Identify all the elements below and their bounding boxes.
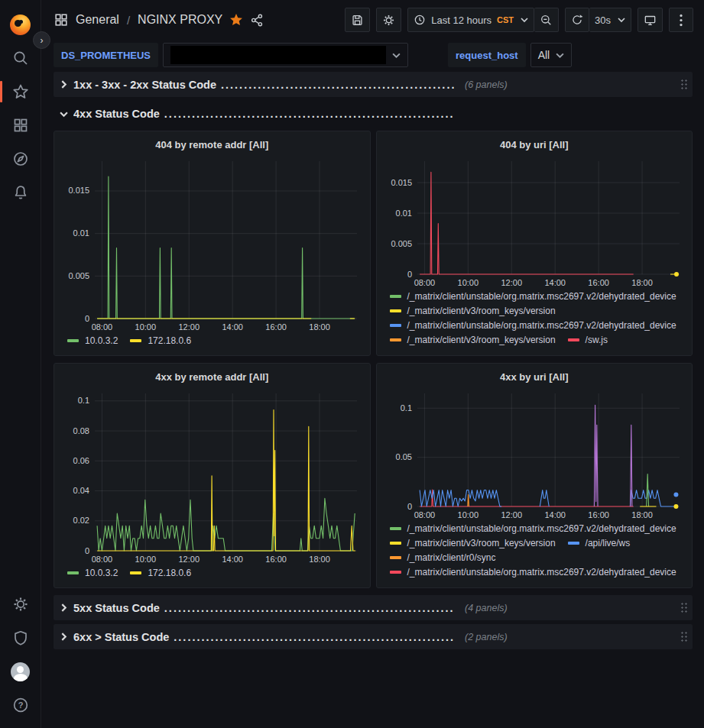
sidebar-item-help[interactable]: ? [0, 688, 41, 722]
row-panel-count: (4 panels) [465, 603, 508, 613]
time-series-plot: 08:0010:0012:0014:0016:0018:0000.020.040… [60, 387, 365, 566]
time-series-plot: 08:0010:0012:0014:0016:0018:0000.0050.01… [60, 155, 365, 334]
legend-label: /_matrix/client/r0/sync [407, 552, 496, 563]
row-panel-count: (2 panels) [465, 632, 508, 642]
variable-ds-prometheus-select[interactable] [163, 43, 408, 67]
legend-label: /sw.js [586, 335, 608, 345]
svg-text:10:00: 10:00 [457, 278, 479, 287]
breadcrumb-separator: / [126, 14, 131, 27]
page-header: General / NGINX PROXY Last 12 hours C [41, 0, 704, 40]
chart-404-by-uri[interactable]: 08:0010:0012:0014:0016:0018:0000.0050.01… [382, 155, 687, 290]
panel-title[interactable]: 4xx by remote addr [All] [60, 367, 365, 387]
legend-item[interactable]: /_matrix/client/v3/room_keys/version [390, 306, 556, 316]
svg-text:16:00: 16:00 [265, 555, 287, 564]
chart-4xx-by-remote-addr[interactable]: 08:0010:0012:0014:0016:0018:0000.020.040… [60, 387, 365, 566]
svg-text:16:00: 16:00 [588, 278, 609, 287]
svg-text:12:00: 12:00 [178, 322, 200, 332]
sidebar-expand-button[interactable]: › [33, 31, 50, 49]
breadcrumb-section[interactable]: General [76, 13, 119, 27]
svg-text:14:00: 14:00 [544, 278, 566, 287]
cycle-view-mode-button[interactable] [637, 8, 663, 32]
sidebar: ? [0, 0, 41, 728]
legend-item[interactable]: /sw.js [568, 335, 608, 345]
row-title: 4xx Status Code [73, 108, 160, 120]
legend-item[interactable]: /_matrix/client/unstable/org.matrix.msc2… [390, 567, 676, 578]
legend-item[interactable]: /_matrix/client/r0/sync [390, 552, 496, 563]
row-1xx-3xx-2xx[interactable]: 1xx - 3xx - 2xx Status Code ............… [54, 72, 693, 97]
legend: /_matrix/client/unstable/org.matrix.msc2… [382, 290, 687, 355]
legend-label: 172.18.0.6 [148, 568, 191, 578]
panel-404-by-remote-addr: 404 by remote addr [All] 08:0010:0012:00… [54, 131, 371, 356]
refresh-interval-picker[interactable]: 30s [589, 8, 631, 32]
svg-text:0.04: 0.04 [73, 486, 89, 495]
variable-ds-prometheus-label[interactable]: DS_PROMETHEUS [54, 43, 158, 67]
row-drag-handle[interactable] [680, 631, 688, 642]
sidebar-item-profile[interactable] [0, 655, 41, 688]
legend-item[interactable]: /_matrix/client/v3/room_keys/version [390, 335, 556, 345]
row-drag-handle[interactable] [680, 602, 688, 613]
legend-label: /api/live/ws [586, 538, 631, 548]
legend-item[interactable]: 10.0.3.2 [67, 335, 118, 346]
panel-title[interactable]: 4xx by uri [All] [382, 367, 687, 387]
legend-label: 172.18.0.6 [148, 335, 191, 346]
time-range-label: Last 12 hours [431, 15, 492, 26]
svg-text:16:00: 16:00 [588, 510, 609, 519]
variable-request-host-label[interactable]: request_host [448, 43, 526, 67]
legend-item[interactable]: /_matrix/client/unstable/org.matrix.msc2… [390, 291, 676, 302]
row-title: 1xx - 3xx - 2xx Status Code [73, 79, 216, 91]
legend-label: /_matrix/client/unstable/org.matrix.msc2… [407, 523, 676, 534]
chevron-right-icon [60, 80, 68, 89]
sidebar-item-alerting[interactable] [0, 176, 41, 209]
row-6xx[interactable]: 6xx > Status Code ......................… [54, 624, 693, 649]
sidebar-item-configuration[interactable] [0, 587, 41, 621]
panel-title[interactable]: 404 by uri [All] [382, 135, 687, 155]
refresh-button[interactable] [565, 8, 589, 32]
help-icon: ? [12, 697, 29, 713]
svg-text:08:00: 08:00 [414, 510, 435, 519]
gear-icon [382, 14, 395, 27]
chart-4xx-by-uri[interactable]: 08:0010:0012:0014:0016:0018:0000.050.1 [382, 387, 687, 522]
row-panel-count: (6 panels) [465, 79, 508, 90]
row-5xx[interactable]: 5xx Status Code ........................… [54, 595, 693, 620]
sidebar-item-dashboards[interactable] [0, 108, 41, 142]
svg-text:0.005: 0.005 [68, 271, 89, 280]
svg-text:12:00: 12:00 [178, 555, 200, 564]
grafana-app: ? › General / NGINX PROXY [0, 0, 704, 728]
svg-text:08:00: 08:00 [92, 555, 113, 564]
sidebar-item-explore[interactable] [0, 142, 41, 176]
chevron-right-icon [60, 633, 68, 641]
svg-text:18:00: 18:00 [309, 555, 330, 564]
row-title: 6xx > Status Code [73, 631, 169, 643]
legend-item[interactable]: /api/live/ws [568, 538, 631, 548]
legend-item[interactable]: 172.18.0.6 [130, 568, 191, 578]
legend-label: 10.0.3.2 [85, 568, 118, 578]
row-dot-leader: ........................................… [164, 602, 454, 614]
variable-request-host-select[interactable]: All [530, 43, 573, 67]
sidebar-item-starred[interactable] [0, 75, 41, 108]
gear-icon [12, 596, 29, 613]
chevron-right-icon [60, 603, 68, 612]
row-drag-handle[interactable] [680, 79, 688, 90]
more-options-button[interactable] [669, 8, 693, 32]
chart-404-by-remote-addr[interactable]: 08:0010:0012:0014:0016:0018:0000.0050.01… [60, 155, 365, 334]
panel-title[interactable]: 404 by remote addr [All] [60, 135, 365, 155]
legend-item[interactable]: /_matrix/client/unstable/org.matrix.msc2… [390, 320, 676, 331]
panel-grid: 404 by remote addr [All] 08:0010:0012:00… [54, 131, 693, 588]
page-title[interactable]: NGINX PROXY [138, 13, 222, 27]
save-dashboard-button[interactable] [345, 8, 370, 32]
legend-label: /_matrix/client/unstable/org.matrix.msc2… [407, 567, 676, 578]
time-range-picker[interactable]: Last 12 hours CST [407, 8, 534, 32]
legend-item[interactable]: /_matrix/client/unstable/org.matrix.msc2… [390, 523, 676, 534]
shield-icon [12, 629, 29, 646]
legend-item[interactable]: 172.18.0.6 [130, 335, 191, 346]
sidebar-item-server-admin[interactable] [0, 621, 41, 655]
row-dot-leader: ........................................… [221, 79, 454, 91]
variables-bar: DS_PROMETHEUS request_host All [41, 40, 704, 70]
dashboard-settings-button[interactable] [376, 8, 401, 32]
legend-item[interactable]: /_matrix/client/v3/room_keys/version [390, 538, 556, 548]
row-4xx[interactable]: 4xx Status Code ........................… [54, 104, 693, 124]
favorite-star-icon[interactable] [229, 13, 243, 27]
legend-item[interactable]: 10.0.3.2 [67, 568, 118, 578]
share-icon[interactable] [250, 13, 264, 28]
zoom-out-time-button[interactable] [534, 8, 559, 32]
